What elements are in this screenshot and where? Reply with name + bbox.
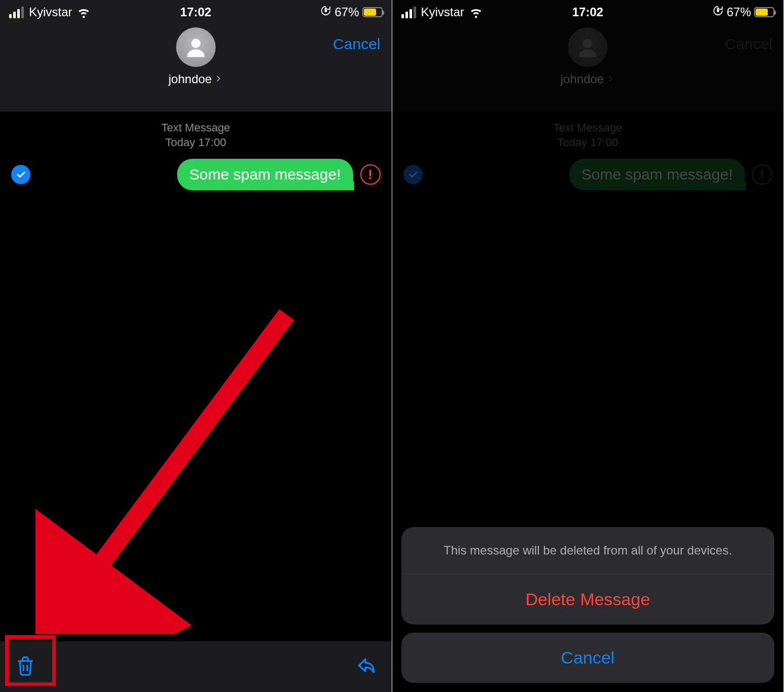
svg-rect-0 <box>325 9 327 12</box>
action-sheet-prompt: This message will be deleted from all of… <box>401 527 775 574</box>
cancel-button[interactable]: Cancel <box>333 36 380 53</box>
bottom-toolbar <box>0 641 392 692</box>
phone-right: Kyivstar 17:02 67% johndoe Cancel <box>392 0 785 692</box>
carrier-label: Kyivstar <box>29 5 72 19</box>
chevron-right-icon <box>214 72 223 86</box>
selection-check-icon[interactable] <box>11 165 30 184</box>
message-error-icon[interactable]: ! <box>360 164 381 185</box>
clock-label: 17:02 <box>572 5 603 19</box>
share-icon[interactable] <box>355 654 378 679</box>
carrier-label: Kyivstar <box>421 5 464 19</box>
action-sheet-group: This message will be deleted from all of… <box>401 527 775 625</box>
conversation-area: Text Message Today 17:00 Some spam messa… <box>0 112 392 692</box>
message-meta: Text Message Today 17:00 <box>0 121 392 150</box>
delete-message-button[interactable]: Delete Message <box>401 574 775 625</box>
message-row: Some spam message! ! <box>0 150 392 190</box>
contact-name: johndoe <box>168 72 212 86</box>
signal-icon <box>401 7 416 18</box>
wifi-icon <box>469 6 483 19</box>
clock-label: 17:02 <box>180 5 211 19</box>
trash-icon[interactable] <box>14 654 37 679</box>
contact-name-button[interactable]: johndoe <box>168 72 223 86</box>
wifi-icon <box>77 6 90 19</box>
svg-rect-3 <box>717 9 720 12</box>
battery-icon <box>754 7 774 17</box>
battery-pct-label: 67% <box>727 5 751 19</box>
message-bubble[interactable]: Some spam message! <box>177 159 353 190</box>
status-bar: Kyivstar 17:02 67% <box>0 0 392 24</box>
action-sheet: This message will be deleted from all of… <box>401 527 775 683</box>
status-bar: Kyivstar 17:02 67% <box>392 0 784 24</box>
rotation-lock-icon <box>712 5 724 19</box>
meta-type: Text Message <box>0 121 392 135</box>
signal-icon <box>9 7 24 18</box>
battery-icon <box>362 7 383 17</box>
avatar[interactable] <box>176 27 216 67</box>
meta-time: Today 17:00 <box>0 135 392 150</box>
rotation-lock-icon <box>320 5 331 19</box>
svg-point-1 <box>191 39 200 48</box>
action-sheet-cancel-button[interactable]: Cancel <box>401 633 775 683</box>
battery-pct-label: 67% <box>334 5 359 19</box>
phone-left: Kyivstar 17:02 67% johndoe Cancel <box>0 0 392 692</box>
